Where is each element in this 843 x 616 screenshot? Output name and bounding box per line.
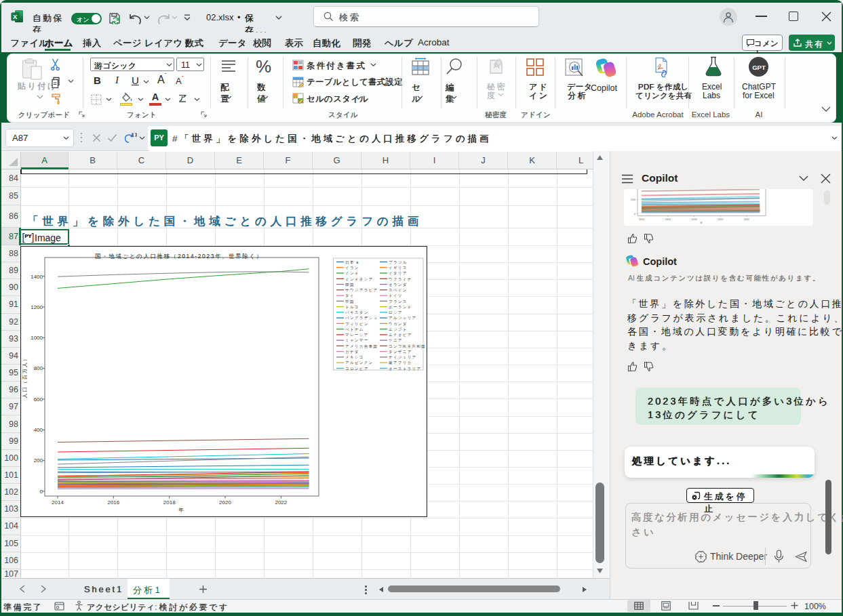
svg-text:2016: 2016 bbox=[665, 218, 671, 221]
svg-text:エジプト: エジプト bbox=[389, 327, 408, 331]
svg-text:2020: 2020 bbox=[219, 499, 231, 506]
svg-text:ベトナム: ベトナム bbox=[345, 327, 364, 331]
svg-text:ブラジル: ブラジル bbox=[389, 260, 408, 264]
svg-text:年: 年 bbox=[178, 507, 184, 513]
svg-text:ウクライナ: ウクライナ bbox=[389, 277, 412, 281]
svg-text:イラン: イラン bbox=[345, 266, 359, 270]
svg-text:ドイツ: ドイツ bbox=[389, 293, 403, 297]
svg-text:コンゴ民主共和国: コンゴ民主共和国 bbox=[389, 344, 426, 348]
svg-text:1000: 1000 bbox=[31, 335, 43, 341]
svg-text:2022: 2022 bbox=[744, 218, 749, 221]
svg-text:ミャンマー: ミャンマー bbox=[345, 338, 369, 342]
svg-text:タイ: タイ bbox=[345, 293, 355, 297]
svg-text:マレーシア: マレーシア bbox=[345, 333, 369, 337]
svg-text:バングラデシュ: バングラデシュ bbox=[345, 316, 378, 320]
svg-text:サウジアラビア: サウジアラビア bbox=[345, 288, 378, 292]
svg-text:国・地域ごとの人口推移（2014-2023年、世界除く）: 国・地域ごとの人口推移（2014-2023年、世界除く） bbox=[95, 253, 263, 260]
svg-text:200: 200 bbox=[34, 457, 43, 464]
svg-text:オランダ: オランダ bbox=[389, 283, 408, 287]
svg-text:人口（百万人）: 人口（百万人） bbox=[22, 355, 28, 398]
svg-text:ケニア: ケニア bbox=[389, 338, 403, 342]
svg-text:スペイン: スペイン bbox=[389, 288, 408, 292]
svg-text:2018: 2018 bbox=[691, 218, 697, 221]
svg-text:トルコ: トルコ bbox=[345, 305, 359, 309]
svg-text:コロンビア: コロンビア bbox=[345, 367, 369, 371]
svg-text:日本 a: 日本 a bbox=[345, 260, 359, 264]
svg-text:メキシコ: メキシコ bbox=[345, 355, 364, 359]
svg-text:中国: 中国 bbox=[345, 300, 355, 304]
svg-text:1400: 1400 bbox=[31, 274, 43, 280]
svg-text:フランス: フランス bbox=[389, 300, 408, 304]
svg-text:カナダ: カナダ bbox=[345, 350, 359, 354]
svg-text:イギリス: イギリス bbox=[389, 266, 408, 270]
svg-text:アルジェリア: アルジェリア bbox=[389, 316, 417, 320]
svg-text:オーストラリア: オーストラリア bbox=[389, 367, 421, 371]
svg-text:200: 200 bbox=[631, 198, 635, 201]
svg-text:2018: 2018 bbox=[163, 499, 176, 506]
svg-text:600: 600 bbox=[34, 396, 43, 403]
svg-text:ウガンダ: ウガンダ bbox=[389, 322, 408, 326]
svg-text:2022: 2022 bbox=[275, 499, 287, 506]
svg-text:0: 0 bbox=[634, 212, 636, 215]
svg-text:南アフリカ: 南アフリカ bbox=[389, 361, 412, 365]
svg-text:2020: 2020 bbox=[718, 218, 723, 221]
svg-text:フィリピン: フィリピン bbox=[345, 322, 369, 326]
svg-text:パキスタン: パキスタン bbox=[345, 310, 369, 314]
svg-text:ロシア: ロシア bbox=[389, 310, 403, 314]
svg-text:タンザニア: タンザニア bbox=[389, 350, 412, 354]
svg-text:400: 400 bbox=[34, 427, 43, 433]
svg-text:2014: 2014 bbox=[52, 499, 64, 506]
svg-text:ナイジェリア: ナイジェリア bbox=[389, 355, 417, 359]
svg-text:アルゼンチン: アルゼンチン bbox=[345, 361, 374, 365]
svg-text:インド: インド bbox=[345, 271, 359, 275]
svg-text:2016: 2016 bbox=[107, 499, 119, 506]
svg-text:年: 年 bbox=[700, 222, 703, 224]
svg-text:ポーランド: ポーランド bbox=[389, 305, 412, 309]
svg-text:2014: 2014 bbox=[639, 218, 644, 221]
svg-text:イタリア: イタリア bbox=[389, 271, 408, 275]
svg-text:エチオピア: エチオピア bbox=[389, 333, 412, 337]
svg-text:アメリカ合衆国: アメリカ合衆国 bbox=[345, 344, 378, 349]
svg-text:800: 800 bbox=[34, 365, 43, 371]
svg-text:0: 0 bbox=[40, 489, 43, 495]
svg-text:1200: 1200 bbox=[31, 304, 43, 310]
svg-text:韓国: 韓国 bbox=[345, 283, 355, 287]
svg-text:インドネシア: インドネシア bbox=[345, 277, 374, 281]
